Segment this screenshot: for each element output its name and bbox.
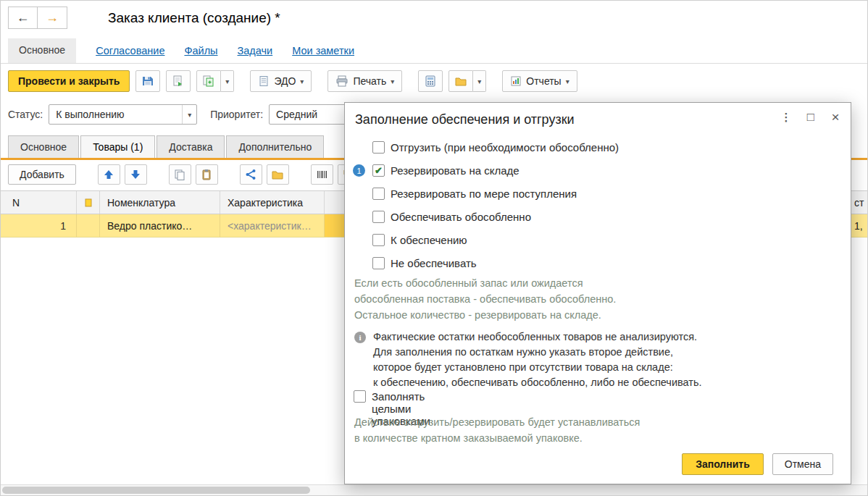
option-ship: Отгрузить (при необходимости обособленно… bbox=[345, 136, 851, 159]
forward-button[interactable]: → bbox=[38, 7, 67, 29]
move-down-button[interactable] bbox=[125, 164, 147, 185]
checkbox-no-provision[interactable] bbox=[372, 257, 385, 269]
create-based-on-button[interactable] bbox=[196, 70, 221, 92]
horizontal-scrollbar[interactable] bbox=[1, 484, 867, 495]
column-header-nomenclature[interactable]: Номенклатура bbox=[100, 191, 220, 214]
nav-tab-approval[interactable]: Согласование bbox=[96, 45, 164, 56]
hint-line: Если есть обособленный запас или ожидает… bbox=[354, 275, 616, 291]
edo-button[interactable]: ЭДО ▾ bbox=[250, 70, 312, 92]
chevron-down-icon: ▾ bbox=[225, 77, 229, 85]
form-nav-tabs: Основное Согласование Файлы Задачи Мои з… bbox=[8, 38, 354, 63]
option-reserve-incoming: Резервировать по мере поступления bbox=[345, 182, 851, 206]
cell-row-number[interactable]: 1 bbox=[1, 214, 77, 237]
create-based-on-dropdown[interactable]: ▾ bbox=[221, 70, 234, 92]
attached-files-dropdown[interactable]: ▾ bbox=[473, 70, 486, 92]
tab-additional[interactable]: Дополнительно bbox=[226, 135, 324, 158]
checkbox-whole-packs[interactable] bbox=[354, 390, 366, 403]
status-select[interactable]: К выполнению ▾ bbox=[49, 104, 197, 125]
hint-packs: Действие отгрузить/резервировать будет у… bbox=[354, 414, 640, 446]
info-block: i Фактические остатки необособленных тов… bbox=[354, 329, 702, 390]
close-icon[interactable]: × bbox=[827, 109, 843, 125]
nav-tab-main[interactable]: Основное bbox=[8, 38, 76, 63]
back-arrow-icon: ← bbox=[17, 10, 30, 25]
status-row: Статус: К выполнению ▾ Приоритет: Средни… bbox=[8, 104, 385, 125]
post-and-close-button[interactable]: Провести и закрыть bbox=[8, 70, 130, 92]
copy-row-button[interactable] bbox=[169, 164, 191, 185]
option-no-provision-label: Не обеспечивать bbox=[391, 257, 477, 269]
column-header-fragment: ст bbox=[854, 191, 864, 214]
cell-focused-fragment[interactable] bbox=[325, 214, 344, 237]
folder-icon bbox=[271, 169, 284, 180]
header-separator bbox=[1, 63, 867, 64]
checkbox-to-provision[interactable] bbox=[372, 234, 385, 246]
check-icon: ✔ bbox=[375, 166, 383, 175]
cell-characteristic[interactable]: <характеристик… bbox=[220, 214, 325, 237]
info-line: которое будет установлено при отсутствии… bbox=[373, 360, 702, 375]
share-icon bbox=[245, 169, 256, 180]
back-button[interactable]: ← bbox=[8, 7, 38, 29]
create-based-on-group: ▾ bbox=[196, 70, 234, 92]
calculator-icon bbox=[425, 75, 436, 87]
dialog-title: Заполнение обеспечения и отгрузки bbox=[355, 112, 575, 127]
tab-delivery[interactable]: Доставка bbox=[157, 135, 225, 158]
fill-button[interactable]: Заполнить bbox=[682, 453, 764, 475]
column-header-n[interactable]: N bbox=[1, 191, 77, 214]
cancel-button[interactable]: Отмена bbox=[772, 453, 833, 475]
chevron-down-icon: ▾ bbox=[477, 77, 481, 85]
open-folder-button[interactable] bbox=[267, 164, 289, 185]
option-reserve-warehouse-label: Резервировать на складе bbox=[391, 164, 519, 177]
info-icon: i bbox=[354, 332, 366, 343]
option-to-provision-label: К обеспечению bbox=[391, 234, 467, 246]
save-button[interactable] bbox=[135, 70, 160, 92]
column-header-marker[interactable] bbox=[77, 191, 100, 214]
paste-row-button[interactable] bbox=[196, 164, 218, 185]
more-icon[interactable]: ⋮ bbox=[778, 109, 794, 125]
edo-icon bbox=[258, 75, 270, 87]
dialog-buttons: Заполнить Отмена bbox=[682, 453, 833, 475]
share-structure-button[interactable] bbox=[240, 164, 262, 185]
checkbox-reserve-incoming[interactable] bbox=[372, 188, 385, 200]
print-button[interactable]: Печать ▾ bbox=[327, 70, 402, 92]
cell-right-fragment: 1, bbox=[854, 214, 863, 237]
status-dropdown-button[interactable]: ▾ bbox=[182, 105, 196, 124]
nav-tab-files[interactable]: Файлы bbox=[184, 45, 217, 56]
tab-main-section[interactable]: Основное bbox=[8, 135, 79, 158]
nav-tab-notes[interactable]: Мои заметки bbox=[292, 45, 354, 56]
info-line: к обеспечению, обеспечивать обособленно,… bbox=[373, 375, 702, 390]
cell-nomenclature[interactable]: Ведро пластико… bbox=[100, 214, 220, 237]
scrollbar-thumb[interactable] bbox=[2, 487, 310, 494]
option-provide-separately-label: Обеспечивать обособленно bbox=[391, 211, 531, 223]
tab-goods[interactable]: Товары (1) bbox=[80, 135, 155, 158]
checkbox-reserve-warehouse[interactable]: ✔ bbox=[372, 164, 385, 177]
command-toolbar: Провести и закрыть ▾ ЭДО ▾ Печать ▾ bbox=[8, 70, 577, 92]
barcode-button[interactable] bbox=[311, 164, 333, 185]
chevron-down-icon: ▾ bbox=[188, 111, 191, 119]
reports-button[interactable]: Отчеты ▾ bbox=[502, 70, 577, 92]
paste-icon bbox=[201, 169, 212, 180]
barcode-icon bbox=[316, 169, 327, 180]
save-icon bbox=[141, 75, 154, 88]
add-row-button[interactable]: Добавить bbox=[8, 164, 76, 185]
cell-marker[interactable] bbox=[77, 214, 100, 237]
chevron-down-icon: ▾ bbox=[300, 77, 304, 85]
copy-icon bbox=[174, 169, 185, 180]
reports-label: Отчеты bbox=[526, 75, 561, 87]
reports-icon bbox=[510, 75, 522, 87]
nav-tab-tasks[interactable]: Задачи bbox=[238, 45, 273, 56]
post-document-button[interactable] bbox=[166, 70, 191, 92]
document-tabs: Основное Товары (1) Доставка Дополнитель… bbox=[8, 135, 324, 158]
hint-provision: Если есть обособленный запас или ожидает… bbox=[354, 275, 616, 323]
maximize-icon[interactable]: □ bbox=[803, 109, 819, 125]
option-reserve-warehouse: 1 ✔ Резервировать на складе bbox=[345, 159, 851, 182]
checkbox-ship[interactable] bbox=[372, 141, 385, 154]
folder-icon bbox=[454, 75, 467, 87]
hint-line: в количестве кратном заказываемой упаков… bbox=[354, 430, 640, 446]
attached-files-group: ▾ bbox=[448, 70, 486, 92]
move-up-button[interactable] bbox=[98, 164, 120, 185]
column-header-characteristic[interactable]: Характеристика bbox=[220, 191, 325, 214]
checkbox-provide-separately[interactable] bbox=[372, 211, 385, 223]
create-based-on-icon bbox=[202, 75, 215, 88]
calculator-button[interactable] bbox=[418, 70, 443, 92]
info-text: Фактические остатки необособленных товар… bbox=[373, 329, 702, 390]
attached-files-button[interactable] bbox=[448, 70, 473, 92]
